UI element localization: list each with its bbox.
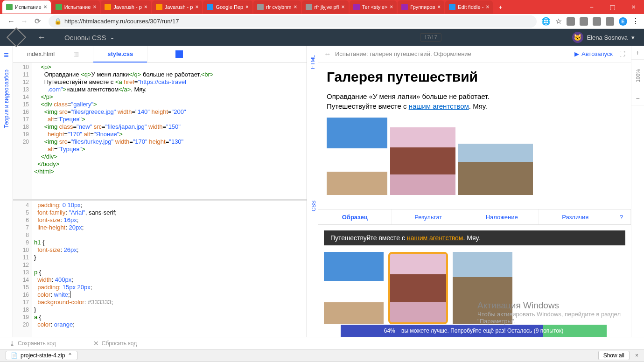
close-icon[interactable]: × bbox=[294, 4, 297, 10]
address-bar: ← → ⟳ 🔒 https://htmlacademy.ru/courses/3… bbox=[0, 14, 644, 29]
tab-result[interactable]: Результат bbox=[392, 209, 466, 224]
preview-render: Галерея путешествий Оправдание «У меня л… bbox=[318, 63, 631, 209]
save-code-button[interactable]: ⤓Сохранить код bbox=[9, 340, 56, 347]
sample-link[interactable]: нашим агентством bbox=[407, 234, 463, 242]
favicon-icon bbox=[156, 4, 162, 10]
translate-icon[interactable]: 🌐 bbox=[541, 17, 551, 26]
maximize-button[interactable]: ▢ bbox=[602, 0, 623, 14]
menu-icon[interactable]: ⋮ bbox=[632, 17, 639, 26]
app-header: ← Основы CSS ⌄ 17/17 🐱 Elena Sosnova ▾ bbox=[0, 29, 644, 46]
browser-tab[interactable]: Группиров× bbox=[398, 0, 444, 14]
zoom-out-button[interactable]: − bbox=[631, 91, 644, 105]
user-name: Elena Sosnova bbox=[587, 34, 628, 41]
user-menu[interactable]: 🐱 Elena Sosnova ▾ bbox=[572, 32, 635, 43]
code-content[interactable]: padding: 0 10px; font-family: "Arial", s… bbox=[32, 201, 307, 337]
reset-icon: ✕ bbox=[93, 340, 99, 347]
forward-button[interactable]: → bbox=[18, 15, 31, 28]
workspace: ≡ Теория и видеоразбор index.html▥ style… bbox=[0, 46, 644, 337]
tab-diff[interactable]: Различия bbox=[539, 209, 613, 224]
new-tab-button[interactable]: + bbox=[494, 2, 507, 12]
browser-tab[interactable]: Edit fiddle -× bbox=[445, 0, 493, 14]
sidebar-label[interactable]: Теория и видеоразбор bbox=[3, 70, 10, 128]
close-icon[interactable]: × bbox=[93, 4, 96, 10]
tab-overlay[interactable]: Наложение bbox=[465, 209, 539, 224]
preview-title: Испытание: галерея путешествий. Оформлен… bbox=[335, 50, 471, 57]
profile-icon[interactable]: E bbox=[619, 17, 627, 26]
preview-image-turkey bbox=[458, 144, 533, 195]
extension-icon[interactable] bbox=[593, 17, 601, 26]
download-filename: project-state-4.zip bbox=[21, 352, 65, 359]
favicon-icon bbox=[56, 4, 62, 10]
close-icon[interactable]: × bbox=[144, 4, 147, 10]
activation-line: Чтобы активировать Windows, перейдите в … bbox=[477, 311, 621, 318]
preview-h1: Галерея путешествий bbox=[327, 69, 623, 85]
autorun-toggle[interactable]: ▶ Автозапуск bbox=[574, 50, 613, 57]
result-tabs: Образец Результат Наложение Различия ? bbox=[318, 209, 631, 225]
file-tab-index[interactable]: index.html▥ bbox=[13, 46, 93, 62]
code-editor-css[interactable]: 4567891011121314151617181920 padding: 0 … bbox=[13, 201, 307, 337]
back-button[interactable]: ← bbox=[5, 15, 18, 28]
browser-tab[interactable]: Google Пер× bbox=[203, 0, 252, 14]
preview-link[interactable]: нашим агентством bbox=[409, 102, 469, 110]
close-icon[interactable]: × bbox=[44, 4, 47, 10]
split-icon[interactable]: ▥ bbox=[73, 50, 79, 57]
app-logo-icon[interactable] bbox=[7, 28, 26, 47]
zoom-in-button[interactable]: + bbox=[631, 46, 644, 60]
close-icon[interactable]: × bbox=[390, 4, 393, 10]
close-icon[interactable]: × bbox=[437, 4, 441, 10]
panel-icon[interactable] bbox=[175, 50, 183, 58]
menu-icon[interactable]: ≡ bbox=[4, 50, 9, 60]
close-icon[interactable]: × bbox=[486, 4, 489, 10]
show-all-downloads[interactable]: Show all bbox=[598, 351, 630, 360]
code-content[interactable]: <p> Оправдание <q>У меня лапки</q> больш… bbox=[32, 63, 307, 199]
tab-label: rfr cvtybnm bbox=[266, 4, 291, 10]
close-window-button[interactable]: × bbox=[623, 0, 644, 14]
chevron-up-icon[interactable]: ⌃ bbox=[68, 352, 72, 359]
browser-tab[interactable]: Javarush - p× bbox=[101, 0, 151, 14]
window-controls: − ▢ × bbox=[581, 0, 644, 14]
chevron-down-icon: ▾ bbox=[631, 34, 635, 41]
favicon-icon bbox=[105, 4, 111, 10]
tab-sample[interactable]: Образец bbox=[318, 209, 392, 224]
file-tab-style[interactable]: style.css bbox=[93, 46, 147, 62]
favicon-icon bbox=[257, 4, 264, 10]
star-icon[interactable]: ☆ bbox=[555, 17, 562, 26]
url-input[interactable]: 🔒 https://htmlacademy.ru/courses/307/run… bbox=[49, 15, 537, 28]
nav-prev-button[interactable]: ← bbox=[37, 33, 46, 42]
extension-icon[interactable] bbox=[567, 17, 575, 26]
favicon-icon bbox=[353, 4, 360, 10]
reload-button[interactable]: ⟳ bbox=[31, 15, 44, 28]
sample-paragraph: Путешествуйте вместе с нашим агентством.… bbox=[324, 230, 625, 245]
browser-tab[interactable]: Испытание× bbox=[2, 0, 51, 14]
close-icon[interactable]: × bbox=[245, 4, 249, 10]
course-title[interactable]: Основы CSS bbox=[64, 34, 106, 42]
extension-icons: 🌐 ☆ E ⋮ bbox=[541, 17, 639, 26]
resize-icon[interactable]: ↔ bbox=[324, 50, 331, 58]
tab-label: rfr jlyjve pfl bbox=[315, 4, 339, 10]
close-icon[interactable]: × bbox=[342, 4, 345, 10]
extension-icon[interactable] bbox=[606, 17, 614, 26]
chevron-down-icon[interactable]: ⌄ bbox=[110, 35, 114, 41]
expand-icon[interactable]: ⛶ bbox=[619, 50, 625, 57]
browser-tab[interactable]: rfr cvtybnm× bbox=[253, 0, 301, 14]
preview-image-japan bbox=[390, 127, 455, 195]
reset-code-button[interactable]: ✕Сбросить код bbox=[93, 340, 137, 347]
step-counter: 17/17 bbox=[420, 33, 441, 42]
score-bar: 64% – вы можете лучше. Попробуйте ещё ра… bbox=[341, 325, 607, 337]
url-text: https://htmlacademy.ru/courses/307/run/1… bbox=[64, 18, 179, 25]
browser-tab[interactable]: rfr jlyjve pfl× bbox=[302, 0, 349, 14]
tab-label: Javarush - p bbox=[165, 4, 193, 10]
close-icon[interactable]: × bbox=[195, 4, 198, 10]
tab-label: Группиров bbox=[410, 4, 435, 10]
tab-help[interactable]: ? bbox=[612, 209, 631, 224]
browser-tab[interactable]: Javarush - p× bbox=[152, 0, 203, 14]
minimize-button[interactable]: − bbox=[581, 0, 602, 14]
browser-tab-strip: Испытание× Испытание× Javarush - p× Java… bbox=[0, 0, 644, 14]
file-icon: 📄 bbox=[11, 352, 18, 359]
extension-icon[interactable] bbox=[580, 17, 588, 26]
browser-tab[interactable]: Испытание× bbox=[52, 0, 100, 14]
close-downloads-icon[interactable]: × bbox=[635, 352, 638, 359]
browser-tab[interactable]: Тег <style>× bbox=[350, 0, 397, 14]
code-editor-html[interactable]: 1011121314151617181920 <p> Оправдание <q… bbox=[13, 63, 307, 199]
download-chip[interactable]: 📄 project-state-4.zip ⌃ bbox=[6, 351, 77, 360]
